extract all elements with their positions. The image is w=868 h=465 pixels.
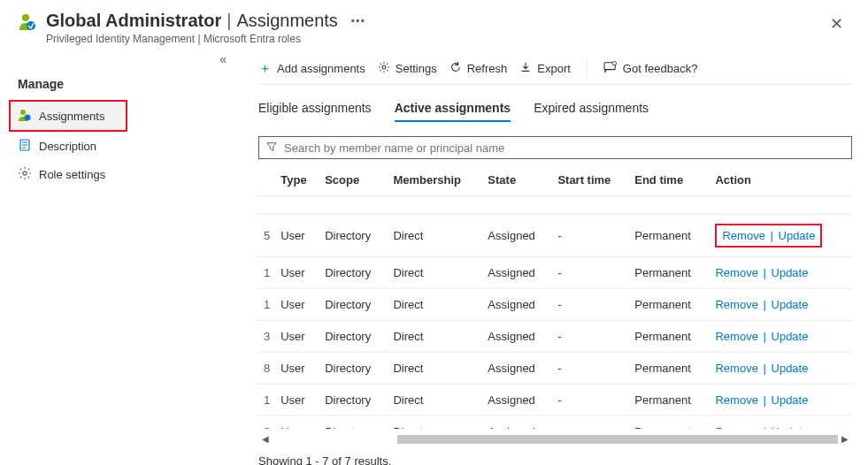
assignments-table: TypeScopeMembershipStateStart timeEnd ti… bbox=[258, 164, 852, 429]
cell-state: Assigned bbox=[482, 385, 552, 416]
column-header-start-time[interactable]: Start time bbox=[552, 164, 629, 196]
update-link[interactable]: Update bbox=[772, 425, 809, 429]
remove-link[interactable]: Remove bbox=[715, 298, 757, 311]
title-separator: | bbox=[227, 11, 231, 31]
cell-end: Permanent bbox=[629, 416, 710, 429]
search-input-wrapper[interactable] bbox=[258, 136, 852, 159]
sidebar-item-role-settings[interactable]: Role settings bbox=[11, 160, 248, 188]
export-label: Export bbox=[537, 62, 571, 75]
cell-scope: Directory bbox=[319, 215, 388, 257]
person-icon bbox=[18, 108, 32, 125]
cell-start: - bbox=[552, 289, 629, 321]
cell-end: Permanent bbox=[629, 321, 710, 353]
cell-scope: Directory bbox=[319, 289, 388, 321]
column-header-scope[interactable]: Scope bbox=[319, 164, 388, 196]
table-row[interactable]: 5UserDirectoryDirectAssigned-PermanentRe… bbox=[258, 215, 852, 257]
table-row[interactable]: 1UserDirectoryDirectAssigned-PermanentRe… bbox=[258, 289, 852, 321]
action-highlight: Remove | Update bbox=[715, 224, 822, 248]
svg-point-2 bbox=[20, 110, 26, 115]
cell-type: User bbox=[275, 321, 319, 353]
svg-point-8 bbox=[23, 171, 27, 174]
scrollbar-thumb[interactable] bbox=[397, 435, 838, 444]
svg-point-9 bbox=[382, 65, 386, 69]
update-link[interactable]: Update bbox=[772, 362, 809, 375]
column-header-state[interactable]: State bbox=[482, 164, 552, 196]
update-link[interactable]: Update bbox=[779, 229, 816, 242]
scroll-left-icon[interactable]: ◀ bbox=[258, 432, 273, 446]
refresh-label: Refresh bbox=[467, 62, 508, 75]
cell-start: - bbox=[552, 321, 629, 353]
cell-scope: Directory bbox=[319, 257, 388, 289]
table-row[interactable]: 3UserDirectoryDirectAssigned-PermanentRe… bbox=[258, 416, 852, 429]
horizontal-scrollbar[interactable]: ◀ ▶ bbox=[258, 432, 852, 446]
export-button[interactable]: Export bbox=[519, 61, 571, 76]
table-row[interactable]: 1UserDirectoryDirectAssigned-PermanentRe… bbox=[258, 385, 852, 416]
cell-state: Assigned bbox=[482, 321, 552, 353]
cell-action: Remove | Update bbox=[710, 257, 852, 289]
cell-end: Permanent bbox=[629, 385, 710, 416]
sidebar-heading: Manage bbox=[18, 77, 248, 91]
table-row[interactable]: 3UserDirectoryDirectAssigned-PermanentRe… bbox=[258, 321, 852, 353]
cell-start: - bbox=[552, 385, 629, 416]
add-assignments-button[interactable]: ＋ Add assignments bbox=[258, 60, 365, 77]
download-icon bbox=[519, 61, 532, 76]
row-id: 3 bbox=[258, 321, 275, 353]
remove-link[interactable]: Remove bbox=[715, 330, 757, 343]
remove-link[interactable]: Remove bbox=[715, 393, 757, 407]
tab-active-assignments[interactable]: Active assignments bbox=[395, 101, 511, 122]
tab-expired-assignments[interactable]: Expired assignments bbox=[534, 101, 649, 122]
sidebar-item-label: Role settings bbox=[39, 168, 105, 181]
settings-button[interactable]: Settings bbox=[378, 61, 437, 76]
remove-link[interactable]: Remove bbox=[715, 362, 757, 375]
sidebar-item-assignments[interactable]: Assignments bbox=[11, 102, 126, 130]
sidebar-item-highlight: Assignments bbox=[9, 100, 127, 132]
cell-start: - bbox=[552, 353, 629, 385]
cell-action: Remove | Update bbox=[710, 215, 852, 257]
tab-eligible-assignments[interactable]: Eligible assignments bbox=[258, 101, 372, 122]
cell-type: User bbox=[275, 215, 319, 257]
row-id: 1 bbox=[258, 289, 275, 321]
search-input[interactable] bbox=[284, 137, 844, 158]
cell-state: Assigned bbox=[482, 257, 552, 289]
cell-scope: Directory bbox=[319, 353, 388, 385]
row-id: 1 bbox=[258, 257, 275, 289]
more-dots[interactable]: ··· bbox=[343, 11, 373, 31]
column-header-type[interactable]: Type bbox=[275, 164, 319, 196]
results-count: Showing 1 - 7 of 7 results. bbox=[258, 454, 852, 465]
gear-icon bbox=[18, 166, 32, 183]
sidebar-item-label: Assignments bbox=[39, 110, 104, 123]
table-row[interactable]: 1UserDirectoryDirectAssigned-PermanentRe… bbox=[258, 257, 852, 289]
sidebar-item-description[interactable]: Description bbox=[11, 132, 248, 160]
close-icon[interactable]: ✕ bbox=[823, 11, 850, 37]
cell-action: Remove | Update bbox=[710, 416, 852, 429]
cell-type: User bbox=[275, 257, 319, 289]
gear-icon bbox=[378, 61, 390, 76]
cell-state: Assigned bbox=[482, 416, 552, 429]
refresh-icon bbox=[449, 61, 462, 76]
cell-scope: Directory bbox=[319, 321, 388, 353]
collapse-sidebar-icon[interactable]: « bbox=[219, 52, 227, 66]
column-header-end-time[interactable]: End time bbox=[629, 164, 710, 196]
remove-link[interactable]: Remove bbox=[715, 425, 757, 429]
column-header-action[interactable]: Action bbox=[710, 164, 852, 196]
cell-membership: Direct bbox=[388, 321, 482, 353]
cell-scope: Directory bbox=[319, 385, 388, 416]
update-link[interactable]: Update bbox=[772, 393, 809, 407]
cell-end: Permanent bbox=[629, 257, 710, 289]
svg-point-0 bbox=[22, 14, 29, 21]
update-link[interactable]: Update bbox=[772, 330, 809, 343]
refresh-button[interactable]: Refresh bbox=[449, 61, 508, 76]
add-label: Add assignments bbox=[277, 62, 365, 75]
table-row[interactable]: 8UserDirectoryDirectAssigned-PermanentRe… bbox=[258, 353, 852, 385]
scroll-right-icon[interactable]: ▶ bbox=[838, 432, 852, 446]
remove-link[interactable]: Remove bbox=[722, 229, 764, 242]
cell-start: - bbox=[552, 416, 629, 429]
feedback-button[interactable]: Got feedback? bbox=[603, 61, 698, 76]
sidebar: « Manage AssignmentsDescriptionRole sett… bbox=[0, 52, 248, 465]
update-link[interactable]: Update bbox=[772, 266, 809, 279]
column-header-membership[interactable]: Membership bbox=[388, 164, 482, 196]
update-link[interactable]: Update bbox=[772, 298, 809, 311]
cell-state: Assigned bbox=[482, 289, 552, 321]
feedback-icon bbox=[603, 61, 618, 76]
remove-link[interactable]: Remove bbox=[715, 266, 757, 279]
